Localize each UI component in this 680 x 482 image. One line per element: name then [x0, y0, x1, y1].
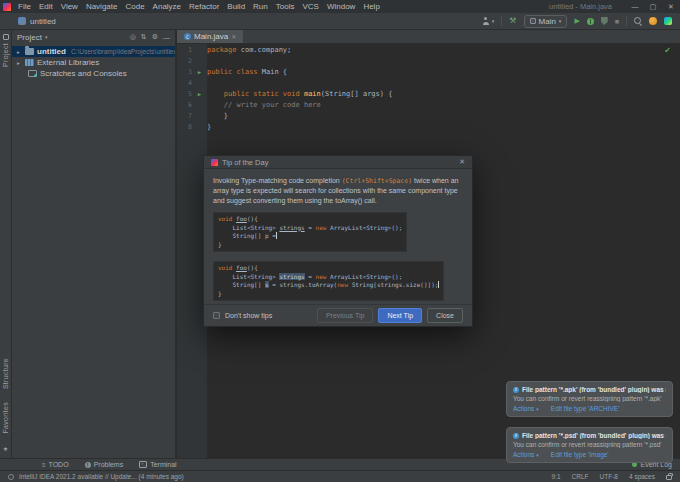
dialog-title: Tip of the Day [222, 158, 268, 167]
indent-indicator[interactable]: 4 spaces [629, 473, 655, 480]
update-indicator-icon[interactable] [8, 474, 14, 480]
stripe-tab-favorites[interactable]: Favorites [2, 402, 9, 434]
minimize-button[interactable]: — [626, 0, 644, 13]
run-button[interactable]: ▶ [574, 17, 579, 25]
code-token: String[] [218, 281, 265, 288]
info-icon: i [513, 433, 519, 439]
debug-button[interactable] [587, 18, 594, 25]
menu-refactor[interactable]: Refactor [185, 0, 223, 13]
tool-window-stripe: Project Structure Favorites ★ [0, 30, 12, 458]
status-message[interactable]: IntelliJ IDEA 2021.2 available // Update… [19, 473, 184, 480]
window-controls: — ▢ ✕ [626, 0, 680, 13]
notification-actions-link[interactable]: Actions ▾ [513, 451, 539, 458]
tip-text-before: Invoking Type-matching code completion [213, 177, 342, 184]
todo-label: TODO [49, 461, 69, 468]
ide-settings-icon[interactable] [664, 17, 672, 25]
snippet-line: List<String> strings = new ArrayList<Str… [218, 273, 439, 282]
hide-panel-icon[interactable]: — [163, 34, 170, 41]
menu-bar: FileEditViewNavigateCodeAnalyzeRefactorB… [14, 0, 384, 13]
line-number: 6 [177, 100, 192, 111]
line-ending-indicator[interactable]: CRLF [572, 473, 589, 480]
maximize-button[interactable]: ▢ [644, 0, 662, 13]
code-token: ArrayList<String>(); [330, 273, 402, 280]
terminal-icon: >_ [139, 461, 147, 468]
actions-label: Actions [513, 405, 534, 412]
edit-file-type-link[interactable]: Edit file type 'ARCHIVE' [551, 405, 620, 412]
run-config-selector[interactable]: Main ▾ [524, 15, 568, 28]
tree-row-scratches[interactable]: Scratches and Consoles [12, 68, 175, 79]
notification-psd[interactable]: i File pattern '*.psd' (from 'bundled' p… [506, 427, 673, 463]
menu-window[interactable]: Window [323, 0, 359, 13]
notification-apk[interactable]: i File pattern '*.apk' (from 'bundled' p… [506, 381, 673, 417]
menu-navigate[interactable]: Navigate [82, 0, 122, 13]
code-token: String[] p = [218, 232, 276, 239]
run-gutter-icon[interactable]: ▶ [192, 67, 207, 78]
expand-arrow-icon[interactable]: ▸ [17, 49, 22, 55]
toolbar-actions: ▾ ⚒ Main ▾ ▶ ■ [482, 15, 672, 28]
chevron-down-icon[interactable]: ▾ [45, 34, 48, 40]
code-token: Main { [262, 68, 287, 76]
menu-file[interactable]: File [14, 0, 35, 13]
code-token: (){ [247, 215, 258, 222]
chevron-down-icon: ▾ [559, 18, 562, 24]
terminal-tab[interactable]: >_ Terminal [139, 461, 176, 468]
line-number: 1 [177, 45, 192, 56]
expand-arrow-icon[interactable]: ▸ [17, 60, 22, 66]
stripe-tab-project[interactable]: Project [2, 43, 9, 67]
search-icon[interactable] [634, 17, 642, 25]
menu-view[interactable]: View [57, 0, 82, 13]
tree-row-external-libraries[interactable]: ▸ External Libraries [12, 57, 175, 68]
coverage-button[interactable] [601, 17, 608, 25]
menu-edit[interactable]: Edit [35, 0, 57, 13]
dialog-title-bar[interactable]: Tip of the Day ✕ [204, 156, 472, 169]
problems-icon: ! [85, 462, 91, 468]
dialog-close-icon[interactable]: ✕ [459, 158, 465, 166]
build-hammer-icon[interactable]: ⚒ [509, 16, 516, 26]
notification-body: You can confirm or revert reassigning pa… [513, 441, 666, 448]
next-tip-button[interactable]: Next Tip [378, 308, 422, 323]
menu-build[interactable]: Build [223, 0, 249, 13]
tab-main-java[interactable]: C Main.java ✕ [177, 30, 243, 43]
code-token: main [304, 90, 321, 98]
code-line: 5▶ public static void main(String[] args… [177, 89, 680, 100]
stripe-tab-structure[interactable]: Structure [2, 358, 9, 389]
locate-file-icon[interactable]: ◎ [130, 33, 136, 41]
previous-tip-button[interactable]: Previous Tip [317, 308, 374, 323]
dont-show-tips-checkbox[interactable] [213, 312, 220, 319]
problems-tab[interactable]: ! Problems [85, 461, 124, 468]
menu-code[interactable]: Code [121, 0, 148, 13]
window-title: untitled - Main.java [549, 2, 612, 11]
code-token: foo [236, 215, 247, 222]
update-notification-icon[interactable] [649, 17, 657, 25]
menu-help[interactable]: Help [359, 0, 383, 13]
code-token: (String[] args) { [321, 90, 393, 98]
snippet-line: String[] p = [218, 232, 402, 241]
user-menu-button[interactable]: ▾ [482, 17, 495, 25]
edit-file-type-link[interactable]: Edit file type 'Image' [551, 451, 609, 458]
expand-collapse-icon[interactable]: ⇅ [141, 33, 147, 41]
close-button[interactable]: ✕ [662, 0, 680, 13]
run-gutter-icon[interactable]: ▶ [192, 89, 207, 100]
close-dialog-button[interactable]: Close [427, 308, 463, 323]
menu-vcs[interactable]: VCS [298, 0, 322, 13]
code-token: package [207, 46, 241, 54]
menu-tools[interactable]: Tools [272, 0, 299, 13]
stop-button[interactable]: ■ [615, 18, 619, 25]
todo-tab[interactable]: ≡ TODO [42, 461, 69, 468]
encoding-indicator[interactable]: UTF-8 [600, 473, 618, 480]
notification-actions-link[interactable]: Actions ▾ [513, 405, 539, 412]
tree-row-project-root[interactable]: ▸ untitled C:\Users\bramp\IdeaProjects\u… [12, 46, 175, 57]
tab-close-icon[interactable]: ✕ [231, 33, 236, 40]
code-line: 7 } [177, 111, 680, 122]
menu-analyze[interactable]: Analyze [149, 0, 185, 13]
gear-icon[interactable]: ⚙ [152, 33, 158, 41]
project-breadcrumb[interactable]: untitled [18, 17, 56, 26]
dialog-footer: Don't show tips Previous Tip Next Tip Cl… [204, 304, 472, 326]
notification-title: File pattern '*.apk' (from 'bundled' plu… [522, 386, 666, 393]
tip-code-snippet-1: void foo(){ List<String> strings = new A… [213, 212, 407, 252]
caret-position[interactable]: 9:1 [552, 473, 561, 480]
chevron-down-icon: ▾ [492, 18, 495, 24]
menu-run[interactable]: Run [249, 0, 272, 13]
code-token: String[strings.size()]); [352, 281, 439, 288]
lock-icon[interactable] [666, 475, 672, 480]
